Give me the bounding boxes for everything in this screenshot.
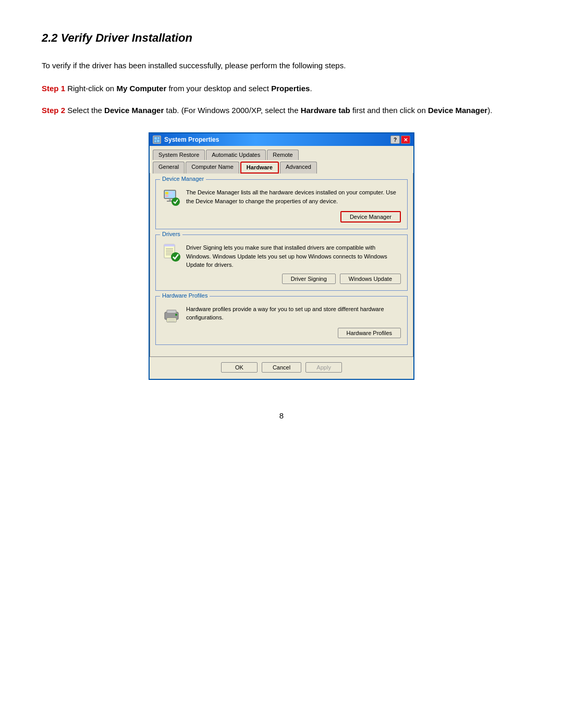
section-heading: 2.2 Verify Driver Installation [42, 31, 521, 45]
section-hardware-profiles: Hardware Profiles Hardware pro [155, 296, 408, 345]
svg-rect-7 [169, 199, 171, 201]
svg-rect-14 [164, 244, 175, 246]
dialog-titlebar: System Properties ? ✕ [150, 133, 413, 146]
dialog-icon [153, 135, 161, 144]
ok-button[interactable]: OK [221, 362, 258, 373]
tab-system-restore[interactable]: System Restore [153, 150, 205, 160]
dialog-wrapper: System Properties ? ✕ System Restore Aut… [42, 132, 521, 380]
tab-content-hardware: Device Manager [150, 173, 413, 357]
section-drivers: Drivers [155, 235, 408, 291]
section-device-manager-buttons: Device Manager [162, 211, 401, 223]
step-1: Step 1 Right-click on My Computer from y… [42, 82, 521, 95]
tab-general[interactable]: General [153, 162, 185, 174]
svg-rect-10 [169, 192, 173, 194]
section-hardware-profiles-body: Hardware profiles provide a way for you … [162, 305, 401, 324]
section-device-manager-text: The Device Manager lists all the hardwar… [186, 188, 401, 205]
dialog-title: System Properties [164, 136, 219, 143]
step2-label: Step 2 [42, 106, 65, 115]
svg-rect-1 [154, 137, 157, 140]
tab-computer-name[interactable]: Computer Name [186, 162, 239, 174]
hardware-profiles-icon [162, 305, 181, 324]
titlebar-buttons: ? ✕ [390, 135, 410, 144]
tab-automatic-updates[interactable]: Automatic Updates [206, 150, 266, 160]
section-device-manager-title: Device Manager [160, 176, 206, 182]
tab-remote[interactable]: Remote [267, 150, 299, 160]
tab-hardware[interactable]: Hardware [240, 162, 279, 174]
driver-icon [162, 243, 181, 262]
system-properties-dialog: System Properties ? ✕ System Restore Aut… [149, 132, 414, 380]
svg-point-26 [175, 314, 177, 316]
step-2: Step 2 Select the Device Manager tab. (F… [42, 104, 521, 117]
apply-button[interactable]: Apply [305, 362, 342, 373]
hardware-profiles-button[interactable]: Hardware Profiles [338, 328, 401, 338]
close-button[interactable]: ✕ [401, 135, 410, 144]
dialog-footer: OK Cancel Apply [150, 357, 413, 379]
svg-rect-25 [168, 320, 175, 322]
svg-rect-9 [165, 192, 168, 194]
windows-update-button[interactable]: Windows Update [340, 274, 401, 284]
device-manager-button[interactable]: Device Manager [340, 211, 401, 223]
device-manager-icon [162, 188, 181, 207]
svg-rect-11 [165, 195, 168, 197]
section-drivers-text: Driver Signing lets you make sure that i… [186, 243, 401, 269]
section-device-manager-body: The Device Manager lists all the hardwar… [162, 188, 401, 207]
svg-rect-2 [157, 137, 160, 139]
tab-advanced[interactable]: Advanced [280, 162, 317, 174]
step1-text: Right-click on My Computer from your des… [67, 84, 312, 93]
intro-text: To verify if the driver has been install… [42, 59, 521, 72]
svg-rect-3 [154, 140, 156, 142]
help-button[interactable]: ? [390, 135, 400, 144]
tabs-area: System Restore Automatic Updates Remote … [150, 146, 413, 173]
section-hardware-profiles-buttons: Hardware Profiles [162, 328, 401, 338]
svg-rect-22 [167, 310, 176, 313]
tabs-row-1: System Restore Automatic Updates Remote [153, 149, 410, 159]
page-number: 8 [42, 411, 521, 420]
step2-text: Select the Device Manager tab. (For Wind… [67, 106, 492, 115]
tabs-row-2: General Computer Name Hardware Advanced [153, 161, 410, 173]
step1-label: Step 1 [42, 84, 65, 93]
section-drivers-buttons: Driver Signing Windows Update [162, 274, 401, 284]
driver-signing-button[interactable]: Driver Signing [282, 274, 336, 284]
titlebar-left: System Properties [153, 135, 219, 144]
section-drivers-title: Drivers [160, 231, 182, 237]
svg-rect-4 [157, 140, 160, 142]
svg-rect-24 [168, 319, 175, 320]
svg-rect-23 [167, 318, 176, 322]
section-hardware-profiles-text: Hardware profiles provide a way for you … [186, 305, 401, 322]
cancel-button[interactable]: Cancel [262, 362, 301, 373]
section-device-manager: Device Manager [155, 179, 408, 229]
section-drivers-body: Driver Signing lets you make sure that i… [162, 243, 401, 269]
section-hardware-profiles-title: Hardware Profiles [160, 292, 210, 299]
